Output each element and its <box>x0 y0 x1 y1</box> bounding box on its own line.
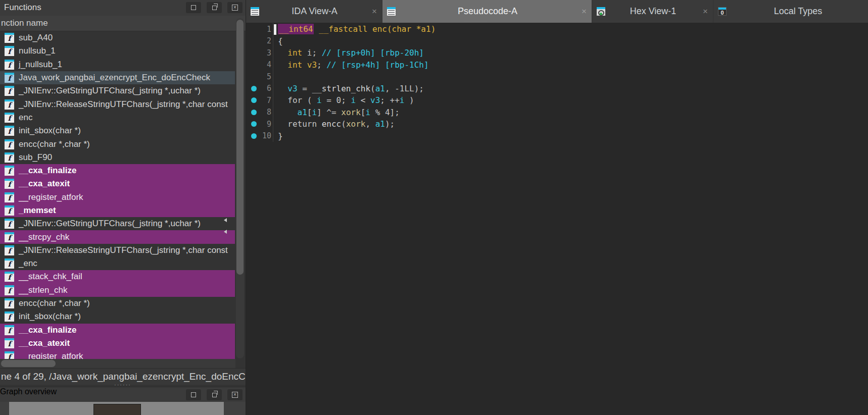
function-name-label: _enc <box>19 258 37 269</box>
function-row[interactable]: f__cxa_atexit <box>0 337 235 350</box>
function-name-label: _memset <box>19 205 56 216</box>
minimize-icon <box>191 392 196 397</box>
tab-close-icon[interactable]: × <box>703 7 708 17</box>
close-icon <box>232 392 238 398</box>
function-icon: f <box>5 219 14 229</box>
splitter-arrow-icon <box>224 218 227 222</box>
function-icon: f <box>5 245 14 255</box>
function-icon: f <box>5 258 14 269</box>
function-icon: f <box>5 86 14 96</box>
breakpoint-gutter[interactable] <box>251 133 258 139</box>
function-row[interactable]: fnullsub_1 <box>0 44 235 58</box>
function-name-label: _JNIEnv::ReleaseStringUTFChars(_jstring … <box>19 245 228 255</box>
function-name-label: init_sbox(char *) <box>19 312 81 322</box>
breakpoint-dot[interactable] <box>251 121 257 127</box>
close-button[interactable] <box>227 389 243 400</box>
function-row[interactable]: f_JNIEnv::ReleaseStringUTFChars(_jstring… <box>0 97 235 111</box>
restore-button[interactable] <box>207 2 222 13</box>
tab-bar: IDA View-A×Pseudocode-A×Hex View-1×Local… <box>246 0 868 23</box>
graph-overview-window-buttons <box>186 389 243 400</box>
main-view: IDA View-A×Pseudocode-A×Hex View-1×Local… <box>246 0 868 415</box>
function-icon: f <box>5 99 14 110</box>
function-row[interactable]: fsub_A40 <box>0 31 235 44</box>
function-icon: f <box>5 285 14 295</box>
minimize-button[interactable] <box>186 2 201 13</box>
restore-button[interactable] <box>207 389 222 400</box>
function-row[interactable]: f__strlen_chk <box>0 284 235 297</box>
function-row[interactable]: fsub_F90 <box>0 151 235 164</box>
function-icon: f <box>5 33 14 43</box>
function-row[interactable]: f_memset <box>0 204 235 217</box>
tab-hex-view-1[interactable]: Hex View-1× <box>592 0 713 23</box>
code-lines: 1__int64 __fastcall enc(char *a1)2{3 int… <box>246 23 868 142</box>
code-text: } <box>273 130 283 142</box>
function-row[interactable]: f__cxa_atexit <box>0 177 235 190</box>
breakpoint-gutter[interactable] <box>251 110 258 115</box>
function-row[interactable]: f__stack_chk_fail <box>0 270 235 283</box>
function-name-label: __cxa_finalize <box>19 166 76 176</box>
graph-overview-view-rect[interactable] <box>93 404 141 415</box>
function-row[interactable]: fencc(char *,char *) <box>0 297 235 310</box>
functions-window-buttons <box>186 2 243 13</box>
function-list-vertical-scrollbar[interactable] <box>236 18 244 358</box>
function-row[interactable]: fencc(char *,char *) <box>0 137 235 150</box>
breakpoint-dot[interactable] <box>251 110 257 115</box>
function-name-label: Java_work_pangbai_ezencrypt_Enc_doEncChe… <box>19 73 210 83</box>
breakpoint-dot[interactable] <box>251 86 257 91</box>
function-row[interactable]: f_JNIEnv::GetStringUTFChars(_jstring *,u… <box>0 217 235 230</box>
function-row[interactable]: f__register_atfork <box>0 191 235 204</box>
pseudocode-view[interactable]: 1__int64 __fastcall enc(char *a1)2{3 int… <box>246 23 868 415</box>
tab-pseudocode-a[interactable]: Pseudocode-A× <box>382 0 592 23</box>
tab-ida-view-a[interactable]: IDA View-A× <box>246 0 382 23</box>
horizontal-scrollbar-thumb[interactable] <box>1 360 56 367</box>
functions-panel: Functions nction name fsub_A40fnullsub_1… <box>0 0 246 415</box>
function-icon: f <box>5 46 14 56</box>
tab-local-types[interactable]: Local Types <box>713 0 868 23</box>
function-list-horizontal-scrollbar[interactable] <box>0 359 235 368</box>
breakpoint-gutter[interactable] <box>251 97 258 103</box>
breakpoint-dot[interactable] <box>251 97 257 103</box>
code-text: int i; // [rsp+0h] [rbp-20h] <box>273 47 424 59</box>
line-number: 9 <box>258 120 271 129</box>
vertical-scrollbar-thumb[interactable] <box>236 20 244 275</box>
breakpoint-dot[interactable] <box>251 133 257 139</box>
function-icon: f <box>5 232 14 242</box>
function-name-label: enc <box>19 113 32 123</box>
function-icon: f <box>5 152 14 163</box>
function-row[interactable]: fJava_work_pangbai_ezencrypt_Enc_doEncCh… <box>0 71 235 84</box>
splitter-arrow-icon <box>224 230 227 234</box>
function-row[interactable]: finit_sbox(char *) <box>0 310 235 323</box>
function-icon: f <box>5 179 14 189</box>
function-row[interactable]: f_JNIEnv::GetStringUTFChars(_jstring *,u… <box>0 84 235 97</box>
graph-overview-canvas <box>0 402 246 415</box>
tab-close-icon[interactable]: × <box>582 7 587 17</box>
code-text: __int64 __fastcall enc(char *a1) <box>273 23 436 35</box>
breakpoint-gutter[interactable] <box>251 86 258 91</box>
listing-view-icon <box>387 7 396 16</box>
graph-overview-minimap[interactable] <box>9 402 224 415</box>
function-row[interactable]: f_JNIEnv::ReleaseStringUTFChars(_jstring… <box>0 244 235 257</box>
function-row[interactable]: f__register_atfork <box>0 350 235 359</box>
close-button[interactable] <box>227 2 243 13</box>
function-name-label: sub_A40 <box>19 33 53 43</box>
function-row[interactable]: f__strcpy_chk <box>0 230 235 243</box>
breakpoint-gutter[interactable] <box>251 121 258 127</box>
tab-label: Hex View-1 <box>605 6 701 17</box>
function-icon: f <box>5 325 14 335</box>
types-view-icon <box>718 7 727 16</box>
code-line: 8 a1[i] ^= xork[i % 4]; <box>246 107 868 119</box>
minimize-button[interactable] <box>186 389 201 400</box>
function-row[interactable]: f_enc <box>0 257 235 270</box>
tab-close-icon[interactable]: × <box>372 7 377 17</box>
tab-label: Pseudocode-A <box>396 6 580 17</box>
function-row[interactable]: fj_nullsub_1 <box>0 58 235 71</box>
panel-splitter-handle[interactable] <box>0 383 246 387</box>
function-row[interactable]: finit_sbox(char *) <box>0 124 235 137</box>
function-row[interactable]: f__cxa_finalize <box>0 164 235 177</box>
function-row[interactable]: f__cxa_finalize <box>0 324 235 337</box>
function-name-column-header[interactable]: nction name <box>0 16 246 31</box>
listing-view-icon <box>251 7 259 16</box>
function-row[interactable]: fenc <box>0 111 235 124</box>
code-line: 4 int v3; // [rsp+4h] [rbp-1Ch] <box>246 59 868 71</box>
function-icon: f <box>5 298 14 308</box>
